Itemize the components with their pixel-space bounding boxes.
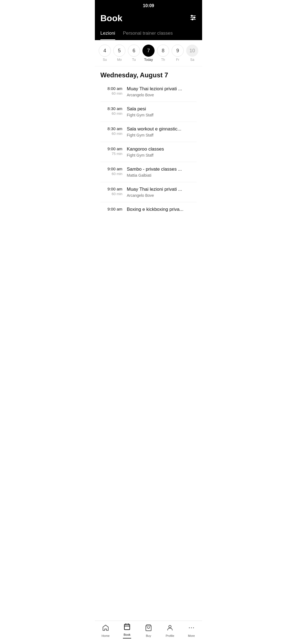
tab-lezioni[interactable]: Lezioni xyxy=(100,28,115,40)
class-list: 8:00 am 60 min Muay Thai lezioni privati… xyxy=(95,82,202,218)
class-info: Muay Thai lezioni privati ... Arcangelo … xyxy=(127,86,197,97)
list-item[interactable]: 9:00 am 60 min Muay Thai lezioni privati… xyxy=(100,182,197,202)
class-time: 8:30 am 60 min xyxy=(100,106,122,116)
day-number: 9 xyxy=(172,45,184,57)
class-info: Sala pesi Fight Gym Staff xyxy=(127,106,197,117)
class-time: 9:00 am xyxy=(100,207,122,212)
day-number: 10 xyxy=(186,45,198,57)
list-item[interactable]: 8:00 am 60 min Muay Thai lezioni privati… xyxy=(100,82,197,102)
svg-point-3 xyxy=(191,15,193,16)
calendar-day-5[interactable]: 5 Mo xyxy=(113,45,126,62)
svg-point-5 xyxy=(192,19,193,20)
svg-point-4 xyxy=(194,17,195,18)
status-time: 10:09 xyxy=(143,3,154,8)
calendar-day-10[interactable]: 10 Sa xyxy=(186,45,199,62)
list-item[interactable]: 8:30 am 60 min Sala pesi Fight Gym Staff xyxy=(100,102,197,122)
class-info: Kangoroo classes Fight Gym Staff xyxy=(127,146,197,157)
class-time: 9:00 am 75 min xyxy=(100,146,122,156)
day-label: Today xyxy=(144,58,153,62)
day-label: Su xyxy=(103,58,107,62)
class-time: 9:00 am 60 min xyxy=(100,167,122,176)
day-number: 7 xyxy=(142,45,155,57)
calendar-strip: 4 Su 5 Mo 6 Tu 7 Today 8 Th 9 Fr 10 Sa xyxy=(95,40,202,66)
header: Book xyxy=(95,10,202,28)
day-number: 8 xyxy=(157,45,169,57)
calendar-day-4[interactable]: 4 Su xyxy=(98,45,111,62)
day-label: Tu xyxy=(132,58,136,62)
class-info: Sambo - private classes ... Mattia Galbi… xyxy=(127,167,197,178)
calendar-day-7[interactable]: 7 Today xyxy=(142,45,155,62)
class-time: 8:00 am 60 min xyxy=(100,86,122,95)
class-info: Muay Thai lezioni privati ... Arcangelo … xyxy=(127,187,197,198)
tab-personal-trainer[interactable]: Personal trainer classes xyxy=(123,28,173,40)
calendar-day-9[interactable]: 9 Fr xyxy=(171,45,184,62)
tabs-bar: Lezioni Personal trainer classes xyxy=(95,28,202,40)
list-item[interactable]: 9:00 am 75 min Kangoroo classes Fight Gy… xyxy=(100,142,197,162)
list-item[interactable]: 9:00 am 60 min Sambo - private classes .… xyxy=(100,162,197,182)
list-item[interactable]: 9:00 am Boxing e kickboxing priva... xyxy=(100,202,197,218)
date-heading: Wednesday, August 7 xyxy=(95,66,202,82)
class-info: Sala workout e ginnastic... Fight Gym St… xyxy=(127,126,197,137)
day-number: 6 xyxy=(128,45,140,57)
calendar-day-6[interactable]: 6 Tu xyxy=(127,45,141,62)
day-number: 4 xyxy=(99,45,111,57)
calendar-day-8[interactable]: 8 Th xyxy=(156,45,170,62)
day-label: Mo xyxy=(117,58,122,62)
day-label: Th xyxy=(161,58,165,62)
filter-icon[interactable] xyxy=(189,14,197,23)
status-bar: 10:09 xyxy=(95,0,202,10)
class-time: 9:00 am 60 min xyxy=(100,187,122,196)
day-number: 5 xyxy=(113,45,125,57)
class-info: Boxing e kickboxing priva... xyxy=(127,207,197,213)
day-label: Fr xyxy=(176,58,179,62)
day-label: Sa xyxy=(190,58,194,62)
class-time: 8:30 am 60 min xyxy=(100,126,122,136)
list-item[interactable]: 8:30 am 60 min Sala workout e ginnastic.… xyxy=(100,122,197,142)
page-title: Book xyxy=(100,13,122,23)
